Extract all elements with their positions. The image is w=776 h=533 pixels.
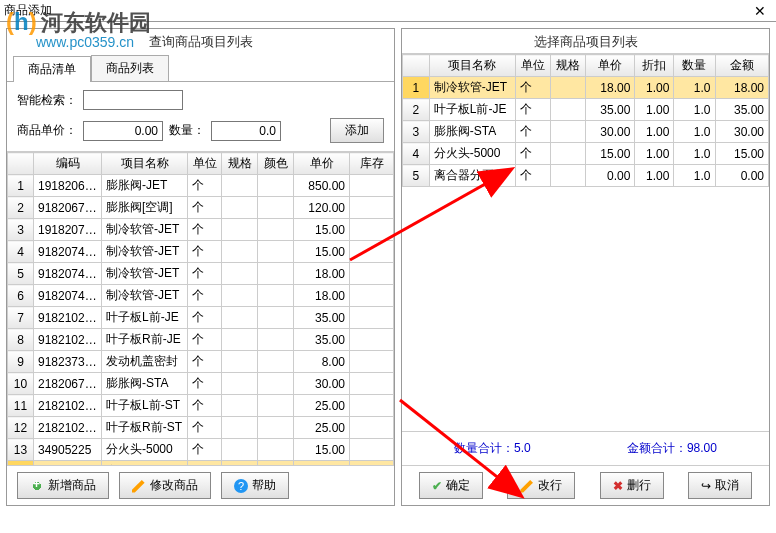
table-row[interactable]: 4分火头-5000个15.001.001.015.00	[403, 143, 769, 165]
rcol-spec[interactable]: 规格	[551, 55, 586, 77]
table-row[interactable]: 10218206791膨胀阀-STA个30.00	[8, 373, 394, 395]
table-row[interactable]: 8918210221叶子板R前-JE个35.00	[8, 329, 394, 351]
table-row[interactable]: 3191820721制冷软管-JET个15.00	[8, 219, 394, 241]
tabs: 商品清单 商品列表	[7, 53, 394, 82]
col-code[interactable]: 编码	[34, 153, 102, 175]
selected-panel-title: 选择商品项目列表	[402, 29, 769, 53]
table-row[interactable]: 3膨胀阀-STA个30.001.001.030.00	[403, 121, 769, 143]
right-grid-wrap[interactable]: 项目名称 单位 规格 单价 折扣 数量 金额 1制冷软管-JET个18.001.…	[402, 53, 769, 431]
col-spec[interactable]: 规格	[222, 153, 258, 175]
col-stock[interactable]: 库存	[350, 153, 394, 175]
price-label: 商品单价：	[17, 122, 77, 139]
table-row[interactable]: 6918207431制冷软管-JET个18.00	[8, 285, 394, 307]
right-grid: 项目名称 单位 规格 单价 折扣 数量 金额 1制冷软管-JET个18.001.…	[402, 54, 769, 187]
table-row[interactable]: 11218210211叶子板L前-ST个25.00	[8, 395, 394, 417]
edit-icon	[520, 479, 534, 493]
exit-icon: ↪	[701, 479, 711, 493]
help-icon	[234, 479, 248, 493]
ok-button[interactable]: ✔确定	[419, 472, 483, 499]
window-title: 商品添加	[4, 2, 52, 19]
rcol-name[interactable]: 项目名称	[429, 55, 515, 77]
col-price[interactable]: 单价	[294, 153, 350, 175]
table-row[interactable]: 1334905225分火头-5000个15.00	[8, 439, 394, 461]
left-footer: 新增商品 修改商品 帮助	[7, 465, 394, 505]
delete-icon: ✖	[613, 479, 623, 493]
col-color[interactable]: 颜色	[258, 153, 294, 175]
cancel-button[interactable]: ↪取消	[688, 472, 752, 499]
left-grid-wrap[interactable]: 编码 项目名称 单位 规格 颜色 单价 库存 1191820679膨胀阀-JET…	[7, 151, 394, 465]
add-icon	[30, 479, 44, 493]
new-product-button[interactable]: 新增商品	[17, 472, 109, 499]
table-row[interactable]: 1制冷软管-JET个18.001.001.018.00	[403, 77, 769, 99]
table-row[interactable]: 5离合器分泵修个0.001.001.00.00	[403, 165, 769, 187]
rcol-unit[interactable]: 单位	[516, 55, 551, 77]
rcol-disc[interactable]: 折扣	[635, 55, 674, 77]
table-row[interactable]: 5918207421制冷软管-JET个18.00	[8, 263, 394, 285]
left-grid: 编码 项目名称 单位 规格 颜色 单价 库存 1191820679膨胀阀-JET…	[7, 152, 394, 465]
search-label: 智能检索：	[17, 92, 77, 109]
table-row[interactable]: 1191820679膨胀阀-JET个850.00	[8, 175, 394, 197]
tab-product-list[interactable]: 商品清单	[13, 56, 91, 82]
rcol-amt[interactable]: 金额	[715, 55, 769, 77]
col-name[interactable]: 项目名称	[102, 153, 188, 175]
query-panel-title: 查询商品项目列表	[7, 29, 394, 53]
edit-product-button[interactable]: 修改商品	[119, 472, 211, 499]
check-icon: ✔	[432, 479, 442, 493]
query-panel: 查询商品项目列表 商品清单 商品列表 智能检索： 商品单价： 数量： 添加 编码…	[6, 28, 395, 506]
table-row[interactable]: 2918206791膨胀阀[空调]个120.00	[8, 197, 394, 219]
selected-panel: 选择商品项目列表 项目名称 单位 规格 单价 折扣 数量 金额 1制冷软管-JE…	[401, 28, 770, 506]
edit-icon	[132, 479, 146, 493]
rcol-price[interactable]: 单价	[585, 55, 634, 77]
table-row[interactable]: 2叶子板L前-JE个35.001.001.035.00	[403, 99, 769, 121]
search-input[interactable]	[83, 90, 183, 110]
rcol-qty[interactable]: 数量	[674, 55, 715, 77]
table-row[interactable]: 12218210221叶子板R前-ST个25.00	[8, 417, 394, 439]
qty-input[interactable]	[211, 121, 281, 141]
totals-row: 数量合计：5.0 金额合计：98.00	[402, 431, 769, 465]
col-unit[interactable]: 单位	[188, 153, 222, 175]
table-row[interactable]: 9918237371发动机盖密封个8.00	[8, 351, 394, 373]
delete-row-button[interactable]: ✖删行	[600, 472, 664, 499]
tab-product-items[interactable]: 商品列表	[91, 55, 169, 81]
close-icon[interactable]: ✕	[748, 3, 772, 19]
add-button[interactable]: 添加	[330, 118, 384, 143]
title-bar: 商品添加 ✕	[0, 0, 776, 22]
price-input[interactable]	[83, 121, 163, 141]
edit-row-button[interactable]: 改行	[507, 472, 575, 499]
right-footer: ✔确定 改行 ✖删行 ↪取消	[402, 465, 769, 505]
table-row[interactable]: 4918207420制冷软管-JET个15.00	[8, 241, 394, 263]
qty-label: 数量：	[169, 122, 205, 139]
table-row[interactable]: 7918210211叶子板L前-JE个35.00	[8, 307, 394, 329]
help-button[interactable]: 帮助	[221, 472, 289, 499]
